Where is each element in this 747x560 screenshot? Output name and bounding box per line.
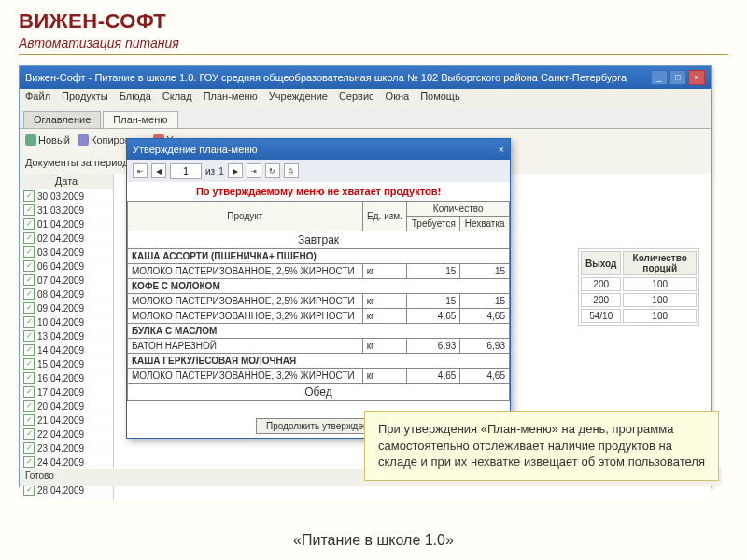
table-row: КАША ГЕРКУЛЕСОВАЯ МОЛОЧНАЯ (128, 354, 510, 369)
table-row: МОЛОКО ПАСТЕРИЗОВАННОЕ, 2,5% ЖИРНОСТИкг1… (128, 294, 510, 309)
menu-file[interactable]: Файл (25, 91, 50, 107)
date-row[interactable]: ✓21.04.2009 (20, 413, 113, 427)
table-row: 200100 (581, 277, 697, 291)
date-row[interactable]: ✓23.04.2009 (20, 441, 113, 455)
menu-dishes[interactable]: Блюда (120, 91, 151, 107)
check-icon: ✓ (23, 232, 35, 244)
meal-breakfast: Завтрак (128, 231, 510, 249)
date-row[interactable]: ✓15.04.2009 (20, 357, 113, 371)
first-page-icon[interactable]: ⇤ (133, 163, 148, 178)
page-input[interactable] (170, 163, 202, 179)
brand-title: ВИЖЕН-СОФТ (0, 0, 747, 35)
date-row[interactable]: ✓09.04.2009 (20, 301, 113, 315)
date-row[interactable]: ✓30.03.2009 (20, 189, 113, 203)
date-row[interactable]: ✓20.04.2009 (20, 399, 113, 413)
approve-dialog: Утверждение плана-меню × ⇤ ◀ из 1 ▶ ⇥ ↻ … (126, 138, 511, 439)
next-page-icon[interactable]: ▶ (228, 163, 243, 178)
date-row[interactable]: ✓16.04.2009 (20, 371, 113, 385)
check-icon: ✓ (23, 204, 35, 216)
table-row: МОЛОКО ПАСТЕРИЗОВАННОЕ, 3,2% ЖИРНОСТИкг4… (128, 369, 510, 384)
window-title: Вижен-Софт - Питание в школе 1.0. ГОУ ср… (25, 72, 627, 83)
copy-icon (78, 134, 89, 146)
date-row[interactable]: ✓03.04.2009 (20, 245, 113, 259)
new-icon (25, 134, 36, 146)
check-icon: ✓ (23, 442, 35, 454)
date-row[interactable]: ✓07.04.2009 (20, 273, 113, 287)
menu-warehouse[interactable]: Склад (162, 91, 192, 107)
prev-page-icon[interactable]: ◀ (151, 163, 166, 178)
date-row[interactable]: ✓31.03.2009 (20, 203, 113, 217)
date-row[interactable]: ✓17.04.2009 (20, 385, 113, 399)
dialog-titlebar: Утверждение плана-меню × (127, 139, 510, 160)
col-required: Требуется (407, 217, 460, 231)
dialog-nav: ⇤ ◀ из 1 ▶ ⇥ ↻ ⎙ (127, 160, 510, 182)
col-unit: Ед. изм. (362, 202, 407, 231)
menubar: Файл Продукты Блюда Склад План-меню Учре… (20, 89, 711, 109)
tab-contents[interactable]: Оглавление (23, 111, 101, 128)
check-icon: ✓ (23, 344, 35, 356)
check-icon: ✓ (23, 302, 35, 314)
check-icon: ✓ (23, 274, 35, 286)
check-icon: ✓ (23, 372, 35, 384)
titlebar: Вижен-Софт - Питание в школе 1.0. ГОУ ср… (20, 66, 711, 89)
divider (19, 54, 728, 55)
date-row[interactable]: ✓08.04.2009 (20, 287, 113, 301)
check-icon: ✓ (23, 288, 35, 300)
check-icon: ✓ (23, 246, 35, 258)
col-portions: Количество порций (623, 251, 697, 275)
menu-plan[interactable]: План-меню (204, 91, 258, 107)
check-icon: ✓ (23, 386, 35, 398)
close-icon[interactable]: × (688, 70, 705, 85)
menu-help[interactable]: Помощь (420, 91, 460, 107)
brand-subtitle: Автоматизация питания (0, 35, 747, 54)
table-row: 54/10100 (581, 309, 697, 323)
table-row: 200100 (581, 293, 697, 307)
dialog-table: Продукт Ед. изм. Количество Требуется Не… (127, 201, 510, 401)
date-header: Дата (20, 174, 113, 189)
table-row: БУЛКА С МАСЛОМ (128, 324, 510, 339)
date-list: Дата ✓30.03.2009✓31.03.2009✓01.04.2009✓0… (20, 174, 114, 500)
new-button[interactable]: Новый (25, 134, 70, 146)
page-total: 1 (218, 166, 224, 176)
dialog-title: Утверждение плана-меню (133, 144, 258, 155)
col-output: Выход (581, 251, 621, 275)
table-row: МОЛОКО ПАСТЕРИЗОВАННОЕ, 2,5% ЖИРНОСТИкг1… (128, 264, 510, 279)
check-icon: ✓ (23, 330, 35, 342)
date-row[interactable]: ✓10.04.2009 (20, 315, 113, 329)
check-icon: ✓ (23, 316, 35, 328)
date-row[interactable]: ✓06.04.2009 (20, 259, 113, 273)
last-page-icon[interactable]: ⇥ (247, 163, 261, 178)
date-row[interactable]: ✓22.04.2009 (20, 427, 113, 441)
check-icon: ✓ (23, 358, 35, 370)
footer-text: «Питание в школе 1.0» (0, 532, 747, 549)
date-row[interactable]: ✓14.04.2009 (20, 343, 113, 357)
menu-service[interactable]: Сервис (339, 91, 374, 107)
table-row: КАША АССОРТИ (ПШЕНИЧКА+ ПШЕНО) (128, 249, 510, 264)
period-label: Документы за период с: (25, 157, 139, 168)
check-icon: ✓ (23, 218, 35, 230)
check-icon: ✓ (23, 190, 35, 202)
col-qty: Количество (407, 202, 510, 217)
refresh-icon[interactable]: ↻ (265, 163, 280, 178)
check-icon: ✓ (23, 400, 35, 412)
menu-institution[interactable]: Учреждение (269, 91, 328, 107)
date-row[interactable]: ✓24.04.2009 (20, 455, 113, 469)
info-callout: При утверждения «План-меню» на день, про… (364, 411, 719, 481)
table-row: БАТОН НАРЕЗНОЙкг6,936,93 (128, 339, 510, 354)
tab-plan-menu[interactable]: План-меню (103, 111, 177, 128)
of-label: из (205, 166, 215, 176)
warning-text: По утверждаемому меню не хватает продукт… (127, 182, 510, 201)
maximize-icon[interactable]: □ (669, 70, 686, 85)
menu-products[interactable]: Продукты (62, 91, 108, 107)
print-icon[interactable]: ⎙ (284, 163, 299, 178)
tabs: Оглавление План-меню (20, 109, 711, 129)
check-icon: ✓ (23, 428, 35, 440)
table-row: МОЛОКО ПАСТЕРИЗОВАННОЕ, 3,2% ЖИРНОСТИкг4… (128, 309, 510, 324)
dialog-close-icon[interactable]: × (499, 144, 504, 155)
meal-lunch: Обед (128, 384, 510, 401)
date-row[interactable]: ✓01.04.2009 (20, 217, 113, 231)
menu-windows[interactable]: Окна (386, 91, 410, 107)
date-row[interactable]: ✓02.04.2009 (20, 231, 113, 245)
minimize-icon[interactable]: _ (651, 70, 668, 85)
date-row[interactable]: ✓13.04.2009 (20, 329, 113, 343)
